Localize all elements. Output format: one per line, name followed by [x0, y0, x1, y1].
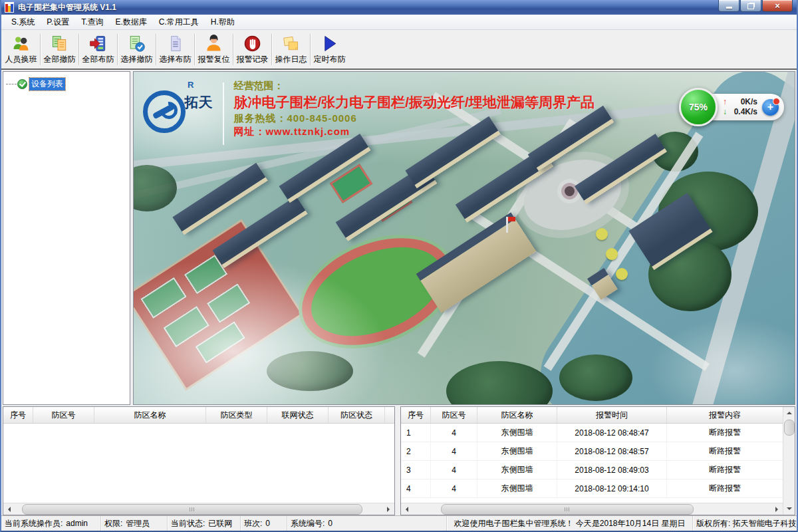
alarm-col-seq[interactable]: 序号 — [401, 407, 431, 423]
alarm-col-zone-no[interactable]: 防区号 — [431, 407, 477, 423]
scroll-right-icon — [775, 507, 781, 512]
cell-content: 断路报警 — [667, 442, 783, 460]
device-list-node[interactable]: 设备列表 — [29, 78, 65, 90]
scene-shape — [648, 318, 795, 405]
alarm-col-time[interactable]: 报警时间 — [557, 407, 667, 423]
scroll-right-button[interactable] — [771, 503, 783, 515]
cell-name: 东侧围墙 — [477, 461, 557, 479]
hscroll-track[interactable] — [412, 503, 771, 515]
permission-label: 权限: — [104, 518, 122, 529]
table-row[interactable]: 4 4 东侧围墙 2018-08-12 09:14:10 断路报警 — [401, 479, 783, 498]
toolbar-separator — [310, 34, 311, 65]
alarm-col-content[interactable]: 报警内容 — [667, 407, 783, 423]
widget-plus-button[interactable]: + — [762, 99, 779, 116]
disarm-all-button[interactable]: 全部撤防 — [41, 31, 78, 68]
cell-time: 2018-08-12 08:49:03 — [557, 461, 667, 479]
arm-select-button[interactable]: 选择布防 — [157, 31, 194, 68]
scene-shape — [565, 186, 575, 196]
hotline-line: 服务热线：400-845-0006 — [233, 112, 595, 125]
net-speed-widget[interactable]: 75% ↑ 0K/s ↓ 0.4K/s + — [679, 88, 784, 126]
cell-name: 东侧围墙 — [477, 442, 557, 460]
hscroll-thumb[interactable] — [22, 504, 362, 515]
memory-percent-ball[interactable]: 75% — [679, 88, 718, 126]
alarm-col-zone-name[interactable]: 防区名称 — [477, 407, 557, 423]
minimize-button[interactable] — [718, 0, 739, 12]
zone-col-zone-type[interactable]: 防区类型 — [206, 407, 267, 423]
table-row[interactable]: 2 4 东侧围墙 2018-08-12 08:48:57 断路报警 — [401, 442, 783, 461]
zone-col-zone-no[interactable]: 防区号 — [33, 407, 94, 423]
cell-seq: 4 — [401, 479, 431, 497]
zone-table-hscrollbar[interactable] — [3, 503, 394, 515]
system-no-label: 系统编号: — [291, 518, 325, 529]
campus-aerial-image: R 拓天 经营范围： 脉冲电子围栏/张力电子围栏/振动光纤/埋地泄漏等周界产品 … — [133, 71, 795, 405]
tool-label: 选择布防 — [160, 54, 192, 65]
timed-arm-button[interactable]: 定时布防 — [311, 31, 348, 68]
operation-log-button[interactable]: 操作日志 — [273, 31, 309, 68]
menu-help[interactable]: H.帮助 — [205, 15, 241, 29]
permission-value: 管理员 — [126, 518, 150, 529]
restore-button[interactable] — [740, 0, 761, 12]
status-permission: 权限: 管理员 — [101, 516, 168, 531]
disarm-select-icon — [128, 35, 146, 53]
brand-banner: R 拓天 经营范围： 脉冲电子围栏/张力电子围栏/振动光纤/埋地泄漏等周界产品 … — [143, 76, 595, 145]
cell-seq: 1 — [401, 424, 431, 442]
shift-value: 0 — [265, 519, 270, 528]
menu-query[interactable]: T.查询 — [75, 15, 109, 29]
scroll-right-button[interactable] — [383, 503, 394, 515]
net-rates: ↑ 0K/s ↓ 0.4K/s — [723, 97, 757, 117]
menu-system[interactable]: S.系统 — [5, 15, 41, 29]
arm-all-button[interactable]: 全部布防 — [80, 31, 116, 68]
cell-time: 2018-08-12 08:48:57 — [557, 442, 667, 460]
main-area: 设备列表 — [1, 70, 797, 406]
toolbar-separator — [156, 34, 156, 65]
arm-select-icon — [166, 35, 185, 53]
registered-mark: R — [188, 80, 194, 90]
vscroll-track[interactable] — [783, 418, 795, 503]
menu-settings[interactable]: P.设置 — [41, 15, 75, 29]
zone-col-zone-state[interactable]: 防区状态 — [329, 407, 385, 423]
cell-content: 断路报警 — [667, 479, 783, 497]
menu-bar: S.系统 P.设置 T.查询 E.数据库 C.常用工具 H.帮助 — [1, 15, 797, 30]
alarm-record-button[interactable]: 报警记录 — [234, 31, 271, 68]
zone-table-header: 序号 防区号 防区名称 防区类型 联网状态 防区状态 — [3, 407, 394, 424]
download-rate-value: 0.4K/s — [731, 107, 757, 117]
banner-text: 经营范围： 脉冲电子围栏/张力电子围栏/振动光纤/埋地泄漏等周界产品 服务热线：… — [233, 76, 595, 138]
shift-change-button[interactable]: 人员换班 — [3, 31, 39, 68]
tool-label: 全部布防 — [82, 54, 114, 65]
scroll-left-button[interactable] — [401, 503, 412, 515]
people-shift-icon — [12, 35, 31, 53]
cell-name: 东侧围墙 — [477, 479, 557, 497]
vscroll-thumb[interactable] — [784, 420, 795, 436]
alarm-reset-button[interactable]: 报警复位 — [196, 31, 232, 68]
scroll-up-button[interactable] — [783, 407, 795, 418]
scroll-down-button[interactable] — [783, 503, 795, 515]
tree-row-device-list[interactable]: 设备列表 — [3, 72, 130, 90]
zone-col-seq[interactable]: 序号 — [3, 407, 33, 423]
operator-label: 当前系统操作员: — [5, 518, 63, 529]
close-button[interactable]: × — [762, 0, 793, 12]
hscroll-thumb[interactable] — [441, 504, 694, 515]
scroll-left-button[interactable] — [3, 503, 15, 515]
table-row[interactable]: 3 4 东侧围墙 2018-08-12 08:49:03 断路报警 — [401, 461, 783, 479]
alarm-table-hscrollbar[interactable] — [401, 503, 783, 515]
restore-icon — [747, 3, 754, 9]
zone-col-net-state[interactable]: 联网状态 — [267, 407, 329, 423]
alarm-table-vscrollbar[interactable] — [783, 407, 795, 515]
window-controls: × — [718, 0, 797, 12]
zone-col-zone-name[interactable]: 防区名称 — [94, 407, 206, 423]
operation-log-icon — [282, 35, 301, 53]
status-connection: 当前状态: 已联网 — [168, 516, 241, 531]
menu-tools[interactable]: C.常用工具 — [153, 15, 205, 29]
table-row[interactable]: 1 4 东侧围墙 2018-08-12 08:48:47 断路报警 — [401, 424, 783, 442]
tree-connector — [6, 84, 17, 84]
timed-arm-icon — [321, 35, 339, 53]
cell-zone: 4 — [431, 461, 477, 479]
disarm-select-button[interactable]: 选择撤防 — [118, 31, 155, 68]
toolbar-separator — [40, 34, 41, 65]
website-line: 网址：www.ttznkj.com — [233, 126, 595, 138]
hscroll-track[interactable] — [15, 503, 383, 515]
scroll-down-icon — [787, 507, 792, 513]
tuotian-logo-icon — [143, 90, 186, 133]
menu-database[interactable]: E.数据库 — [109, 15, 152, 29]
download-rate-row: ↓ 0.4K/s — [723, 107, 757, 117]
